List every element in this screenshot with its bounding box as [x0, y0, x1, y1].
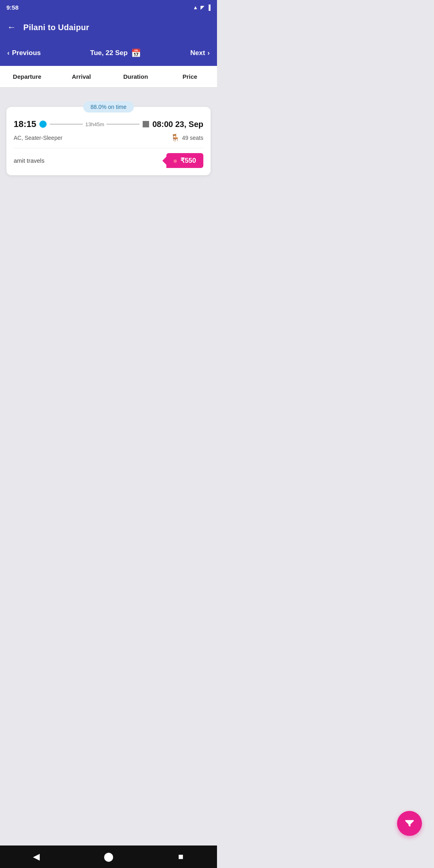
- date-nav-bar: ‹ Previous Tue, 22 Sep 📅 Next ›: [0, 40, 217, 66]
- arrival-time: 08:00 23, Sep: [152, 120, 203, 129]
- bus-card[interactable]: 18:15 13h45m 08:00 23, Sep AC, Seater-Sl…: [6, 107, 211, 175]
- status-bar: 9:58 ▲ ◤ ▐: [0, 0, 217, 14]
- next-date-button[interactable]: Next ›: [190, 49, 210, 57]
- bus-operator: amit travels: [14, 157, 45, 164]
- price-tag[interactable]: ₹550: [166, 153, 203, 168]
- ontime-badge: 88.0% on time: [83, 101, 134, 113]
- status-icons: ▲ ◤ ▐: [193, 4, 211, 10]
- sort-arrival[interactable]: Arrival: [54, 66, 108, 87]
- battery-icon: ▐: [207, 4, 211, 10]
- status-time: 9:58: [6, 4, 18, 11]
- arrival-square: [143, 121, 149, 127]
- signal-icon: ◤: [201, 4, 205, 10]
- bus-type: AC, Seater-Sleeper: [14, 135, 62, 141]
- date-display[interactable]: Tue, 22 Sep 📅: [90, 48, 141, 58]
- app-bar: ← Pilani to Udaipur: [0, 14, 217, 40]
- seat-icon: 🪑: [171, 133, 180, 142]
- chevron-right-icon: ›: [207, 49, 210, 57]
- seats-info: 🪑 49 seats: [171, 133, 203, 142]
- departure-time: 18:15: [14, 119, 36, 129]
- app-bar-title: Pilani to Udaipur: [23, 23, 89, 32]
- ontime-badge-wrapper: 88.0% on time: [6, 101, 211, 113]
- line-right: [106, 124, 139, 125]
- duration-text: 13h45m: [85, 121, 104, 127]
- bus-timing-row: 18:15 13h45m 08:00 23, Sep: [14, 119, 203, 129]
- chevron-left-icon: ‹: [7, 49, 10, 57]
- seat-count: 49 seats: [182, 135, 203, 141]
- next-label: Next: [190, 49, 205, 57]
- wifi-icon: ▲: [193, 4, 198, 10]
- previous-label: Previous: [12, 49, 41, 57]
- content-area: 88.0% on time 18:15 13h45m 08:00 23, Sep…: [0, 88, 217, 329]
- sort-duration[interactable]: Duration: [108, 66, 163, 87]
- previous-date-button[interactable]: ‹ Previous: [7, 49, 41, 57]
- bus-footer-row: amit travels ₹550: [14, 153, 203, 168]
- departure-dot: [39, 121, 47, 128]
- back-button[interactable]: ←: [7, 22, 16, 33]
- sort-departure[interactable]: Departure: [0, 66, 54, 87]
- sort-header: Departure Arrival Duration Price: [0, 66, 217, 88]
- duration-line: 13h45m: [50, 121, 139, 127]
- price-dot: [174, 160, 177, 163]
- line-left: [50, 124, 83, 125]
- current-date: Tue, 22 Sep: [90, 49, 127, 57]
- bus-type-row: AC, Seater-Sleeper 🪑 49 seats: [14, 133, 203, 142]
- sort-price[interactable]: Price: [163, 66, 217, 87]
- calendar-icon: 📅: [131, 48, 141, 58]
- price-value: ₹550: [180, 157, 196, 164]
- card-divider: [14, 148, 203, 148]
